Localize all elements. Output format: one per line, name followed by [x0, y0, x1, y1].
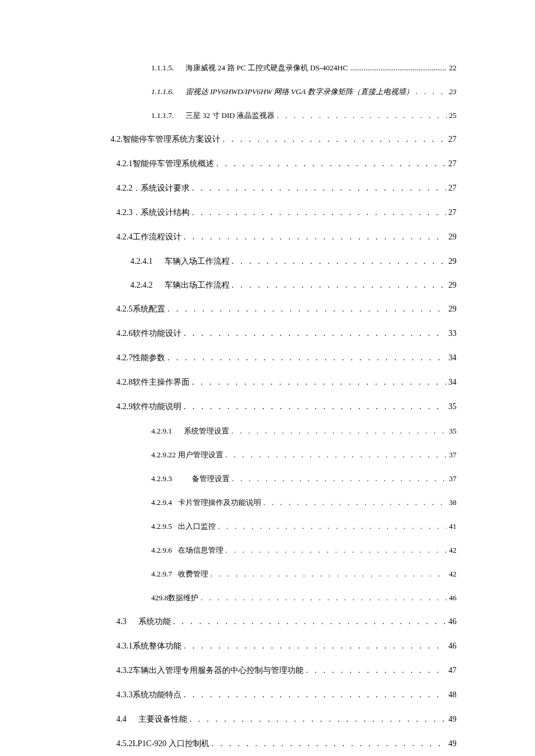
toc-page-number: 22: [449, 63, 456, 73]
toc-number: 4.2.9.4: [151, 498, 172, 507]
toc-entry: 1.1.1.5.海康威视 24 路 PC 工控式硬盘录像机 DS-4024HC2…: [110, 63, 456, 73]
toc-leader-dots: [173, 617, 447, 626]
toc-page-number: 42: [449, 546, 456, 555]
toc-entry: 4.2.9.6在场信息管理42: [110, 545, 456, 556]
toc-page-number: 27: [448, 159, 456, 169]
toc-page-number: 37: [449, 474, 456, 483]
toc-leader-dots: [350, 63, 447, 73]
toc-leader-dots: [218, 522, 447, 531]
toc-page-number: 42: [449, 569, 456, 579]
toc-text: 出入口监控: [178, 521, 216, 532]
toc-leader-dots: [263, 498, 447, 507]
toc-number: 4.2.4.1: [130, 257, 153, 266]
toc-entry: 4.2.7 性能参数34: [110, 353, 456, 363]
toc-text: 系统功能特点: [133, 690, 181, 700]
toc-number: 4.4: [116, 715, 127, 724]
toc-entry: 4.2.4.1车辆入场工作流程29: [110, 256, 456, 267]
toc-entry: 1.1.1.6.宙视达 IPV6HWD/IPV6HW 网络 VGA 数字录像矩阵…: [110, 87, 456, 97]
toc-text: 车辆入场工作流程: [165, 256, 230, 267]
toc-entry: 1.1.1.7.三星 32 寸 DID 液晶监视器25: [110, 110, 456, 121]
toc-number: 4.2.9: [116, 402, 133, 411]
toc-leader-dots: [184, 329, 446, 338]
toc-entry: 4.2.6 软件功能设计33: [110, 328, 456, 339]
toc-text: 软件主操作界面: [133, 377, 190, 388]
toc-text: LP1C-920 入口控制机: [133, 739, 209, 749]
toc-text: 系统配置: [133, 304, 165, 314]
toc-text: 收费管理: [178, 569, 208, 579]
toc-page-number: 38: [449, 498, 456, 507]
toc-number: 4.2.7: [116, 353, 133, 363]
toc-entry: 4.2.1 智能停车管理系统概述27: [110, 159, 456, 169]
toc-number: 4.2.4.2: [130, 281, 153, 290]
toc-number: 4.2.9.3: [151, 474, 172, 483]
toc-page-number: 49: [448, 739, 456, 748]
toc-number: 4.2.9.6: [151, 546, 172, 555]
toc-entry: 4.2.智能停车管理系统方案设计27: [110, 134, 456, 145]
toc-entry: 4.2.9.1系统管理设置35: [110, 426, 456, 436]
toc-entry: 4.2.9.7收费管理42: [110, 569, 456, 579]
toc-entry: 4.2.5 系统配置29: [110, 304, 456, 314]
toc-entry: 4.2.9 软件功能说明35: [110, 402, 456, 412]
toc-page-number: 27: [448, 184, 456, 193]
toc-page-number: 47: [448, 666, 456, 675]
toc-page-number: 33: [448, 329, 456, 338]
toc-leader-dots: [211, 569, 447, 579]
toc-page-number: 37: [449, 450, 456, 460]
toc-text: 系统整体功能: [133, 641, 181, 651]
toc-leader-dots: [190, 715, 447, 724]
toc-number: 4.3.1: [116, 642, 133, 651]
toc-number: 4.2.1: [116, 159, 133, 169]
toc-leader-dots: [192, 208, 446, 217]
toc-leader-dots: [232, 257, 447, 266]
toc-text: 数据维护: [168, 593, 198, 603]
toc-leader-dots: [306, 666, 446, 675]
toc-text: 软件功能设计: [133, 328, 181, 339]
toc-text: 软件功能说明: [133, 402, 181, 412]
toc-number: 4.3: [116, 617, 127, 626]
toc-page-number: 29: [448, 304, 456, 314]
toc-text: ．系统设计结构: [133, 207, 190, 218]
toc-page-number: 27: [448, 208, 456, 217]
toc-leader-dots: [184, 642, 446, 651]
toc-leader-dots: [212, 739, 446, 748]
toc-entry: 4.2.9.3备管理设置37: [110, 474, 456, 484]
toc-text: 系统功能: [138, 617, 171, 627]
toc-page-number: 29: [448, 232, 456, 242]
toc-number: 4.2.: [110, 135, 123, 144]
toc-text: 2 用户管理设置: [172, 450, 223, 460]
toc-page-number: 49: [448, 715, 456, 724]
toc-entry: 4.2.4 工作流程设计29: [110, 232, 456, 242]
toc-text: 三星 32 寸 DID 液晶监视器: [186, 110, 274, 121]
toc-leader-dots: [232, 474, 447, 483]
toc-page-number: 35: [448, 402, 456, 411]
toc-leader-dots: [192, 184, 446, 193]
toc-leader-dots: [192, 378, 446, 387]
toc-entry: 4.2.8 软件主操作界面34: [110, 377, 456, 388]
toc-page-number: 29: [448, 257, 456, 266]
toc-text: 车辆出场工作流程: [165, 280, 230, 291]
toc-number: 4.2.9.1: [151, 427, 172, 436]
toc-entry: 4.4主要设备性能49: [110, 714, 456, 725]
toc-leader-dots: [167, 353, 446, 363]
toc-text: 性能参数: [133, 353, 165, 363]
toc-number: 4.3.3: [116, 690, 133, 700]
toc-number: 1.1.1.6.: [151, 87, 174, 96]
toc-number: 4.3.2: [116, 666, 133, 675]
toc-text: 主要设备性能: [138, 714, 187, 725]
toc-number: 4.2.8: [116, 378, 133, 387]
toc-page-number: 29: [448, 281, 456, 290]
toc-leader-dots: [232, 281, 447, 290]
toc-number: 4.2.2: [116, 184, 133, 193]
toc-number: 4.2.9.5: [151, 522, 172, 531]
toc-entry: 4.2.2．系统设计要求27: [110, 183, 456, 194]
toc-page-number: 46: [448, 617, 456, 626]
toc-leader-dots: [216, 159, 446, 169]
toc-text: 系统管理设置: [184, 426, 229, 436]
toc-text: 车辆出入管理专用服务器的中心控制与管理功能: [133, 665, 304, 676]
toc-leader-dots: [231, 427, 447, 436]
toc-leader-dots: [226, 450, 447, 460]
toc-number: 1.1.1.7.: [151, 111, 174, 120]
toc-page-number: 46: [449, 593, 456, 603]
toc-leader-dots: [184, 232, 446, 242]
toc-text: 海康威视 24 路 PC 工控式硬盘录像机 DS-4024HC: [186, 63, 348, 73]
